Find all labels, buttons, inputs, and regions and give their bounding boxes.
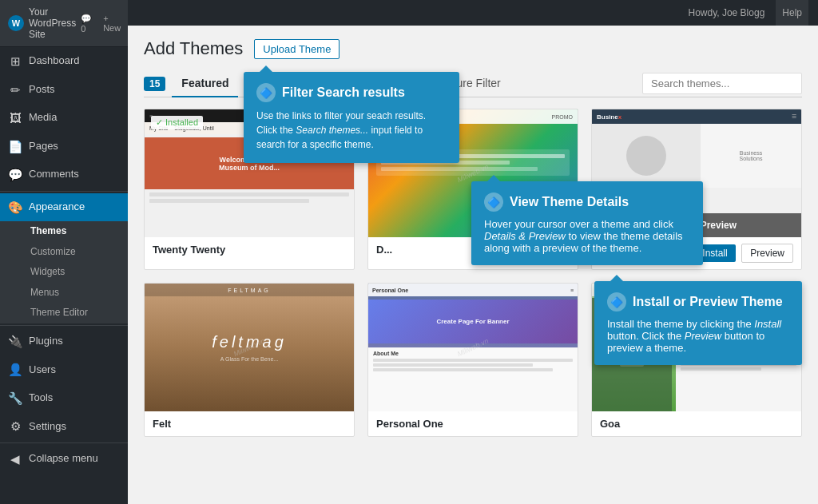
- menus-label: Menus: [30, 287, 59, 300]
- sidebar: W Your WordPress Site 💬 0 + New ⊞ Dashbo…: [0, 0, 128, 504]
- tooltip-view-details-body: Hover your cursor over a theme and click…: [484, 218, 690, 254]
- widgets-label: Widgets: [30, 266, 65, 279]
- tooltip-install-preview-title: 🔷 Install or Preview Theme: [607, 292, 789, 312]
- tooltip-filter-search: 🔷 Filter Search results Use the links to…: [244, 72, 459, 163]
- wp-logo: W: [8, 15, 24, 31]
- theme-name: D...: [376, 244, 392, 256]
- media-label: Media: [29, 111, 57, 125]
- tab-badge-count: 15: [144, 77, 165, 91]
- tooltip-filter-body: Use the links to filter your seach resul…: [256, 109, 447, 152]
- users-label: Users: [29, 363, 56, 377]
- comments-label: Comments: [29, 168, 79, 181]
- admin-topbar: Howdy, Joe Blogg Help: [128, 0, 818, 26]
- dashboard-label: Dashboard: [29, 54, 80, 68]
- theme-name: Twenty Twenty: [153, 244, 225, 256]
- theme-editor-label: Theme Editor: [30, 307, 88, 319]
- page-header: Add Themes Upload Theme: [144, 38, 802, 59]
- pages-icon: 📄: [8, 139, 22, 155]
- content-area: Add Themes Upload Theme 15 Featured Popu…: [128, 26, 818, 504]
- users-icon: 👤: [8, 362, 22, 378]
- tooltip-install-preview-icon: 🔷: [607, 292, 626, 312]
- dashboard-icon: ⊞: [8, 54, 22, 69]
- help-button[interactable]: Help: [776, 0, 808, 26]
- theme-name: Personal One: [376, 418, 443, 430]
- pages-label: Pages: [29, 140, 58, 153]
- tooltip-install-preview-title-text: Install or Preview Theme: [633, 295, 783, 309]
- plugins-label: Plugins: [29, 335, 63, 348]
- site-name-label: Your WordPress Site: [29, 6, 76, 40]
- collapse-label: Collapse menu: [29, 452, 98, 466]
- settings-label: Settings: [29, 420, 66, 434]
- tools-label: Tools: [29, 391, 53, 405]
- theme-thumb-felt: FELTMAG feltmag A Glass For the Bene... …: [145, 284, 354, 411]
- appearance-submenu: Themes Customize Widgets Menus Theme Edi…: [0, 221, 128, 323]
- tooltip-view-details-title: 🔷 View Theme Details: [484, 192, 690, 212]
- tooltip-view-details: 🔷 View Theme Details Hover your cursor o…: [471, 181, 703, 265]
- sidebar-item-tools[interactable]: 🔧 Tools: [0, 384, 128, 413]
- howdy-text: Howdy, Joe Blogg: [688, 7, 764, 18]
- themes-grid: ≡ Your WordPress Site My Site Stegosaur,…: [144, 109, 802, 437]
- appearance-icon: 🎨: [8, 200, 22, 216]
- theme-card-felt: FELTMAG feltmag A Glass For the Bene... …: [144, 283, 355, 437]
- topbar-site: W Your WordPress Site 💬 0 + New: [0, 0, 128, 47]
- posts-label: Posts: [29, 83, 55, 97]
- sidebar-item-pages[interactable]: 📄 Pages: [0, 133, 128, 161]
- theme-info: Goa: [592, 411, 801, 436]
- sidebar-item-menus[interactable]: Menus: [22, 283, 128, 304]
- tab-featured[interactable]: Featured: [172, 70, 238, 97]
- sidebar-item-users[interactable]: 👤 Users: [0, 355, 128, 384]
- upload-theme-button[interactable]: Upload Theme: [254, 39, 340, 59]
- themes-label: Themes: [30, 225, 66, 238]
- theme-thumb-personal-one: Personal One ≡ Create Page For Banner Ab…: [368, 284, 578, 411]
- tooltip-filter-title: 🔷 Filter Search results: [256, 83, 447, 102]
- tooltip-view-details-title-text: View Theme Details: [510, 195, 629, 209]
- tools-icon: 🔧: [8, 391, 22, 407]
- settings-icon: ⚙: [8, 419, 22, 435]
- sidebar-item-plugins[interactable]: 🔌 Plugins: [0, 327, 128, 356]
- theme-info: Twenty Twenty: [145, 237, 354, 262]
- theme-info: Felt: [145, 411, 354, 436]
- sidebar-item-dashboard[interactable]: ⊞ Dashboard: [0, 47, 128, 76]
- tooltip-filter-icon: 🔷: [256, 83, 276, 102]
- installed-badge: ✓ Installed: [151, 116, 203, 129]
- sidebar-item-widgets[interactable]: Widgets: [22, 262, 128, 283]
- tooltip-install-preview: 🔷 Install or Preview Theme Install the t…: [594, 281, 802, 365]
- sidebar-item-settings[interactable]: ⚙ Settings: [0, 412, 128, 441]
- sidebar-item-appearance[interactable]: 🎨 Appearance: [0, 193, 128, 222]
- sidebar-item-collapse[interactable]: ◀ Collapse menu: [0, 445, 128, 474]
- theme-info: Personal One: [368, 411, 578, 436]
- posts-icon: ✏: [8, 82, 22, 98]
- customize-label: Customize: [30, 246, 76, 259]
- comments-icon: 💬: [8, 167, 22, 183]
- sidebar-item-media[interactable]: 🖼 Media: [0, 104, 128, 133]
- theme-card-personal-one: Personal One ≡ Create Page For Banner Ab…: [367, 283, 578, 437]
- page-title: Add Themes: [144, 38, 243, 59]
- preview-button[interactable]: Preview: [741, 244, 793, 263]
- appearance-label: Appearance: [29, 200, 85, 214]
- comment-count: 💬 0: [81, 14, 92, 34]
- sidebar-item-customize[interactable]: Customize: [22, 242, 128, 263]
- theme-name: Goa: [600, 418, 620, 430]
- main-area: Howdy, Joe Blogg Help Add Themes Upload …: [128, 0, 818, 504]
- plugins-icon: 🔌: [8, 334, 22, 350]
- new-button[interactable]: + New: [103, 14, 121, 33]
- sidebar-item-themes[interactable]: Themes: [22, 221, 128, 242]
- tooltip-install-preview-body: Install the theme by clicking the Instal…: [607, 318, 789, 354]
- theme-name: Felt: [153, 418, 171, 430]
- theme-actions: Install Preview: [694, 244, 793, 263]
- media-icon: 🖼: [8, 110, 22, 126]
- collapse-icon: ◀: [8, 451, 22, 467]
- search-themes-input[interactable]: [642, 73, 802, 94]
- tooltip-filter-title-text: Filter Search results: [282, 85, 405, 100]
- sidebar-item-theme-editor[interactable]: Theme Editor: [22, 303, 128, 323]
- tooltip-view-details-icon: 🔷: [484, 192, 503, 212]
- sidebar-item-comments[interactable]: 💬 Comments: [0, 161, 128, 189]
- sidebar-item-posts[interactable]: ✏ Posts: [0, 76, 128, 105]
- tabs-bar: 15 Featured Popular Latest Favorites ⚙ F…: [144, 70, 802, 97]
